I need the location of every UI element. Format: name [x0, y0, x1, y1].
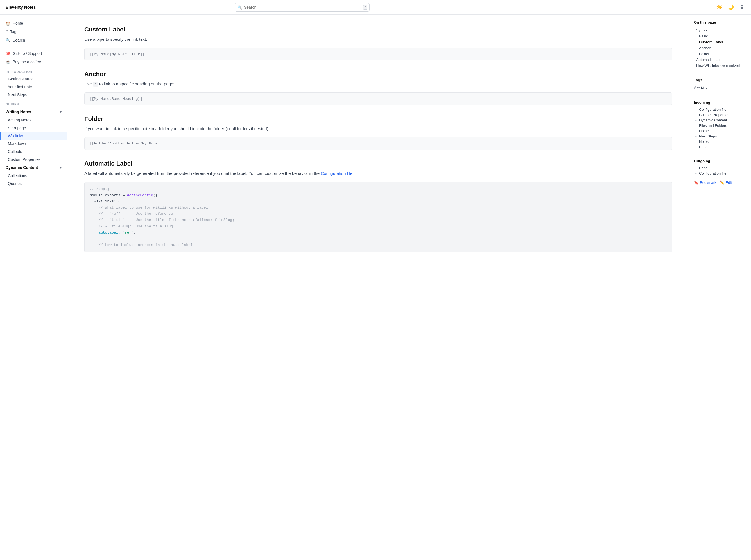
code-line-8: autoLabel: "ref", [90, 230, 667, 236]
incoming-home[interactable]: ← Home [694, 128, 747, 134]
toc-item-anchor[interactable]: Anchor [694, 45, 747, 51]
kbd-slash: / [363, 5, 367, 9]
incoming-custom-properties[interactable]: ← Custom Properties [694, 112, 747, 118]
arrow-left-icon-2: ← [694, 113, 697, 117]
sidebar-item-coffee[interactable]: ☕ Buy me a coffee [0, 58, 67, 66]
config-file-link[interactable]: Configuration file [321, 171, 352, 176]
sidebar-item-callouts[interactable]: Callouts [0, 147, 67, 156]
incoming-title: Incoming [694, 100, 747, 105]
sidebar-item-custom-properties[interactable]: Custom Properties [0, 156, 67, 163]
search-icon: 🔍 [238, 5, 242, 9]
sidebar-item-github[interactable]: 🐙 GitHub / Support [0, 49, 67, 58]
toc-item-automatic-label[interactable]: Automatic Label [694, 57, 747, 63]
sidebar: 🏠 Home # Tags 🔍 Search 🐙 GitHub / Suppor… [0, 15, 67, 560]
bookmark-icon: 🔖 [694, 180, 698, 185]
arrow-left-icon-8: ← [694, 145, 697, 149]
incoming-config-file[interactable]: ← Configuration file [694, 107, 747, 112]
dynamic-content-group-label: Dynamic Content [6, 165, 38, 170]
incoming-dynamic-content[interactable]: ← Dynamic Content [694, 118, 747, 123]
navbar: Eleventy Notes 🔍 / ☀️ 🌙 🖥 [0, 0, 751, 15]
tags-title: Tags [694, 78, 747, 82]
sidebar-home-label: Home [13, 21, 23, 25]
chevron-down-icon-2: ▾ [60, 166, 62, 169]
section-label-guides: GUIDES [0, 99, 67, 108]
search-container: 🔍 / [235, 3, 370, 12]
home-icon: 🏠 [6, 21, 11, 25]
chevron-down-icon: ▾ [60, 110, 62, 114]
code-line-9 [90, 236, 667, 242]
custom-label-desc: Use a pipe to specify the link text. [84, 36, 672, 43]
anchor-title: Anchor [84, 71, 672, 78]
sidebar-item-start-page[interactable]: Start page [0, 124, 67, 132]
monitor-icon-button[interactable]: 🖥 [738, 3, 745, 11]
sidebar-coffee-label: Buy me a coffee [13, 60, 41, 64]
incoming-panel[interactable]: ← Panel [694, 144, 747, 149]
divider-2 [694, 96, 747, 96]
sidebar-item-next-steps[interactable]: Next Steps [0, 91, 67, 99]
page-layout: 🏠 Home # Tags 🔍 Search 🐙 GitHub / Suppor… [0, 15, 751, 560]
code-line-5: // - "ref" Use the reference [90, 211, 667, 217]
sidebar-item-markdown[interactable]: Markdown [0, 140, 67, 147]
moon-icon-button[interactable]: 🌙 [727, 3, 735, 11]
folder-desc: If you want to link to a specific note i… [84, 125, 672, 132]
arrow-left-icon-4: ← [694, 124, 697, 128]
sidebar-item-queries[interactable]: Queries [0, 180, 67, 187]
divider-3 [694, 154, 747, 154]
sidebar-item-collections[interactable]: Collections [0, 172, 67, 180]
sidebar-group-dynamic-content[interactable]: Dynamic Content ▾ [0, 163, 67, 172]
incoming-notes[interactable]: ← Notes [694, 139, 747, 144]
code-line-3: wikilinks: { [90, 198, 667, 205]
toc-title: On this page [694, 20, 747, 24]
search-input[interactable] [235, 3, 370, 12]
toc-item-syntax[interactable]: Syntax [694, 27, 747, 33]
arrow-left-icon-3: ← [694, 118, 697, 122]
code-line-7: // - "fileSlug" Use the file slug [90, 223, 667, 230]
edit-icon: ✏️ [720, 180, 724, 185]
sidebar-tags-label: Tags [10, 29, 19, 34]
custom-label-title: Custom Label [84, 26, 672, 33]
sidebar-item-getting-started[interactable]: Getting started [0, 75, 67, 83]
toc-item-how-resolved[interactable]: How Wikilinks are resolved [694, 63, 747, 68]
brand-title: Eleventy Notes [6, 5, 62, 9]
section-custom-label: Custom Label Use a pipe to specify the l… [84, 26, 672, 60]
github-icon: 🐙 [6, 51, 11, 56]
bottom-actions: 🔖 Bookmark ✏️ Edit [694, 180, 747, 185]
toc-item-basic[interactable]: Basic [694, 33, 747, 39]
toc-item-folder[interactable]: Folder [694, 51, 747, 57]
arrow-right-icon-1: → [694, 166, 697, 170]
search-nav-icon: 🔍 [6, 38, 11, 42]
section-label-introduction: INTRODUCTION [0, 66, 67, 75]
sidebar-item-home[interactable]: 🏠 Home [0, 19, 67, 27]
toc-item-custom-label[interactable]: Custom Label [694, 39, 747, 45]
arrow-left-icon-1: ← [694, 108, 697, 112]
anchor-desc: Use # to link to a specific heading on t… [84, 81, 672, 87]
bookmark-button[interactable]: 🔖 Bookmark [694, 180, 716, 185]
edit-button[interactable]: ✏️ Edit [720, 180, 732, 185]
code-line-6: // - "title" Use the title of the note (… [90, 217, 667, 223]
sun-icon-button[interactable]: ☀️ [715, 3, 724, 11]
sidebar-item-search[interactable]: 🔍 Search [0, 36, 67, 44]
incoming-files-folders[interactable]: ← Files and Folders [694, 123, 747, 128]
arrow-left-icon-5: ← [694, 129, 697, 133]
section-automatic-label: Automatic Label A label will automatical… [84, 160, 672, 253]
sidebar-group-writing-notes[interactable]: Writing Notes ▾ [0, 108, 67, 116]
arrow-left-icon-6: ← [694, 134, 697, 138]
tag-writing[interactable]: # writing [694, 85, 708, 89]
automatic-label-title: Automatic Label [84, 160, 672, 167]
outgoing-panel[interactable]: → Panel [694, 165, 747, 171]
coffee-icon: ☕ [6, 60, 11, 64]
code-line-1: // /app.js [90, 186, 667, 192]
sidebar-item-your-first-note[interactable]: Your first note [0, 83, 67, 91]
sidebar-item-wikilinks[interactable]: Wikilinks [0, 132, 67, 140]
sidebar-item-tags[interactable]: # Tags [0, 27, 67, 36]
tags-icon: # [6, 29, 8, 34]
section-folder: Folder If you want to link to a specific… [84, 115, 672, 150]
sidebar-github-label: GitHub / Support [13, 51, 42, 56]
automatic-label-desc: A label will automatically be generated … [84, 170, 672, 177]
folder-code: [[Folder/Another Folder/My Note]] [84, 137, 672, 150]
outgoing-config-file[interactable]: → Configuration file [694, 171, 747, 176]
incoming-next-steps[interactable]: ← Next Steps [694, 134, 747, 139]
main-content: Custom Label Use a pipe to specify the l… [67, 15, 689, 560]
sidebar-item-writing-notes-sub[interactable]: Writing Notes [0, 116, 67, 124]
folder-title: Folder [84, 115, 672, 123]
